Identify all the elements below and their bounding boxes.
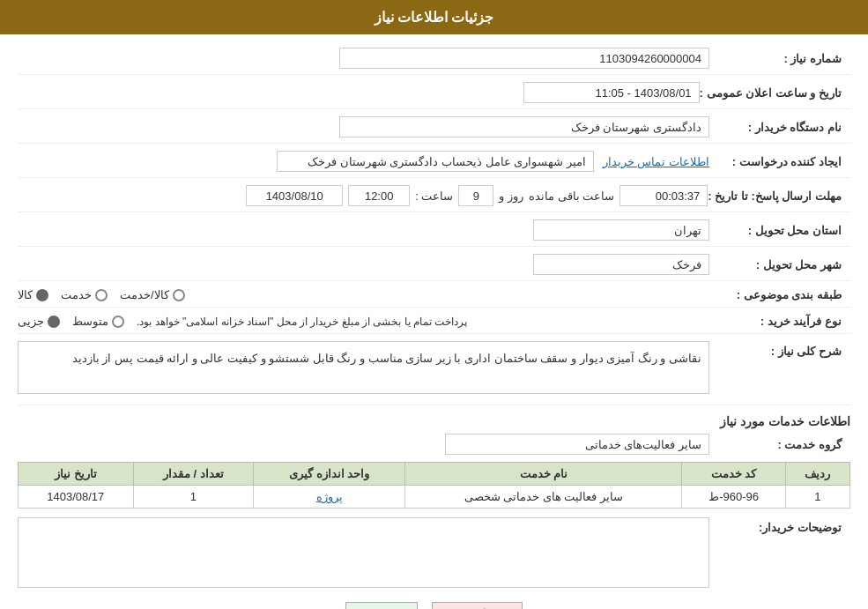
category-kala-label: کالا xyxy=(18,288,33,301)
purchase-jozi-item: جزیی xyxy=(18,315,60,328)
purchase-motavasset-item: متوسط xyxy=(72,315,124,328)
description-row: شرح کلی نیاز : نقاشی و رنگ آمیزی دیوار و… xyxy=(18,341,850,405)
table-header: ردیف کد خدمت نام خدمت واحد اندازه گیری ت… xyxy=(19,463,850,486)
announce-time-label: تاریخ و ساعت اعلان عمومی : xyxy=(700,86,850,100)
main-content: شماره نیاز : 1103094260000004 تاریخ و سا… xyxy=(0,34,868,609)
category-khadamat-item: خدمت xyxy=(61,288,108,301)
deadline-date-input: 1403/08/10 xyxy=(246,185,343,206)
province-row: استان محل تحویل : تهران xyxy=(18,219,850,247)
items-table: ردیف کد خدمت نام خدمت واحد اندازه گیری ت… xyxy=(18,462,850,509)
purchase-type-row: نوع فرآیند خرید : پرداخت تمام یا بخشی از… xyxy=(18,315,850,334)
deadline-day-label: روز و xyxy=(499,189,523,203)
purchase-type-value: پرداخت تمام یا بخشی از مبلغ خریدار از مح… xyxy=(18,315,709,328)
service-group-input: سایر فعالیت‌های خدماتی xyxy=(445,434,709,455)
cell-unit[interactable]: پروژه xyxy=(254,486,405,509)
creator-value: اطلاعات تماس خریدار امیر شهسواری عامل ذی… xyxy=(18,151,709,172)
col-unit: واحد اندازه گیری xyxy=(254,463,405,486)
city-input: فرخک xyxy=(533,254,709,275)
category-khadamat-label: خدمت xyxy=(61,288,92,301)
table-row: 1 960-96-ط سایر فعالیت های خدماتی شخصی پ… xyxy=(19,486,850,509)
need-number-row: شماره نیاز : 1103094260000004 xyxy=(18,48,850,75)
category-khadamat-radio[interactable] xyxy=(95,289,108,301)
category-kala-khadamat-radio[interactable] xyxy=(173,289,185,301)
category-label: طبقه بندی موضوعی : xyxy=(709,288,850,301)
category-row: طبقه بندی موضوعی : کالا/خدمت خدمت xyxy=(18,288,850,308)
col-date: تاریخ نیاز xyxy=(19,463,134,486)
deadline-row: مهلت ارسال پاسخ: تا تاریخ : 00:03:37 ساع… xyxy=(18,185,850,212)
deadline-day-input: 9 xyxy=(458,185,493,206)
deadline-value: 00:03:37 ساعت باقی مانده روز و 9 ساعت : … xyxy=(18,185,708,206)
cell-quantity: 1 xyxy=(133,486,254,509)
purchase-type-label: نوع فرآیند خرید : xyxy=(709,315,850,328)
service-group-label: گروه خدمت : xyxy=(709,438,850,451)
announce-time-value: 1403/08/01 - 11:05 xyxy=(18,82,700,103)
deadline-label: مهلت ارسال پاسخ: تا تاریخ : xyxy=(708,189,850,203)
purchase-type-inner: پرداخت تمام یا بخشی از مبلغ خریدار از مح… xyxy=(18,315,709,328)
col-code: کد خدمت xyxy=(682,463,785,486)
back-button[interactable]: بازگشت xyxy=(432,602,523,609)
deadline-remaining-input: 00:03:37 xyxy=(619,185,708,206)
city-value: فرخک xyxy=(18,254,709,275)
city-row: شهر محل تحویل : فرخک xyxy=(18,254,850,281)
creator-row: ایجاد کننده درخواست : اطلاعات تماس خریدا… xyxy=(18,151,850,178)
category-kala-khadamat-label: کالا/خدمت xyxy=(120,288,169,301)
creator-input: امیر شهسواری عامل ذیحساب دادگستری شهرستا… xyxy=(277,151,594,172)
service-group-value: سایر فعالیت‌های خدماتی xyxy=(18,434,709,455)
category-kala-item: کالا xyxy=(18,288,48,301)
col-quantity: تعداد / مقدار xyxy=(133,463,254,486)
page-title: جزئیات اطلاعات نیاز xyxy=(375,10,494,25)
purchase-motavasset-label: متوسط xyxy=(72,315,108,328)
province-value: تهران xyxy=(18,219,709,241)
col-name: نام خدمت xyxy=(405,463,682,486)
deadline-time-input: 12:00 xyxy=(348,185,410,206)
purchase-type-note: پرداخت تمام یا بخشی از مبلغ خریدار از مح… xyxy=(137,316,467,328)
cell-date: 1403/08/17 xyxy=(19,486,134,509)
cell-name: سایر فعالیت های خدماتی شخصی xyxy=(405,486,682,509)
creator-label: ایجاد کننده درخواست : xyxy=(709,155,850,168)
buyer-org-row: نام دستگاه خریدار : دادگستری شهرستان فرخ… xyxy=(18,116,850,144)
province-input: تهران xyxy=(533,219,709,241)
deadline-time-label: ساعت : xyxy=(415,189,453,203)
description-value: نقاشی و رنگ آمیزی دیوار و سقف ساختمان اد… xyxy=(18,341,709,399)
page-header: جزئیات اطلاعات نیاز xyxy=(0,0,868,34)
purchase-jozi-radio[interactable] xyxy=(48,316,60,328)
purchase-jozi-label: جزیی xyxy=(18,315,44,328)
category-kala-khadamat-item: کالا/خدمت xyxy=(120,288,185,301)
buyer-notes-row: توضیحات خریدار: xyxy=(18,517,850,588)
services-header: اطلاعات خدمات مورد نیاز xyxy=(18,414,850,428)
description-input: نقاشی و رنگ آمیزی دیوار و سقف ساختمان اد… xyxy=(18,341,709,394)
buyer-org-input: دادگستری شهرستان فرخک xyxy=(339,116,709,137)
need-number-value: 1103094260000004 xyxy=(18,48,709,69)
city-label: شهر محل تحویل : xyxy=(709,258,850,271)
purchase-motavasset-radio[interactable] xyxy=(112,316,124,328)
creator-contact-link[interactable]: اطلاعات تماس خریدار xyxy=(603,155,709,168)
deadline-inner-row: 00:03:37 ساعت باقی مانده روز و 9 ساعت : … xyxy=(18,185,708,206)
col-row: ردیف xyxy=(785,463,849,486)
buyer-org-value: دادگستری شهرستان فرخک xyxy=(18,116,709,137)
deadline-remaining-label: ساعت باقی مانده xyxy=(529,189,614,203)
buyer-org-label: نام دستگاه خریدار : xyxy=(709,121,850,134)
buyer-notes-label: توضیحات خریدار: xyxy=(709,517,850,534)
service-group-row: گروه خدمت : سایر فعالیت‌های خدماتی xyxy=(18,434,850,455)
need-number-label: شماره نیاز : xyxy=(709,52,850,65)
announce-time-row: تاریخ و ساعت اعلان عمومی : 1403/08/01 - … xyxy=(18,82,850,109)
announce-time-input: 1403/08/01 - 11:05 xyxy=(523,82,700,103)
print-button[interactable]: چاپ xyxy=(345,602,418,609)
actions-row: بازگشت چاپ xyxy=(18,602,850,609)
cell-row: 1 xyxy=(785,486,849,509)
province-label: استان محل تحویل : xyxy=(709,224,850,237)
need-number-input: 1103094260000004 xyxy=(339,48,709,69)
buyer-notes-input[interactable] xyxy=(18,517,709,588)
table-body: 1 960-96-ط سایر فعالیت های خدماتی شخصی پ… xyxy=(19,486,850,509)
table-header-row: ردیف کد خدمت نام خدمت واحد اندازه گیری ت… xyxy=(19,463,850,486)
category-radio-group: کالا/خدمت خدمت کالا xyxy=(18,288,709,301)
category-options: کالا/خدمت خدمت کالا xyxy=(18,288,709,301)
category-kala-radio[interactable] xyxy=(36,289,48,301)
description-label: شرح کلی نیاز : xyxy=(709,341,850,358)
cell-code: 960-96-ط xyxy=(682,486,785,509)
page-container: AltaTender.net جزئیات اطلاعات نیاز شماره… xyxy=(0,0,868,609)
